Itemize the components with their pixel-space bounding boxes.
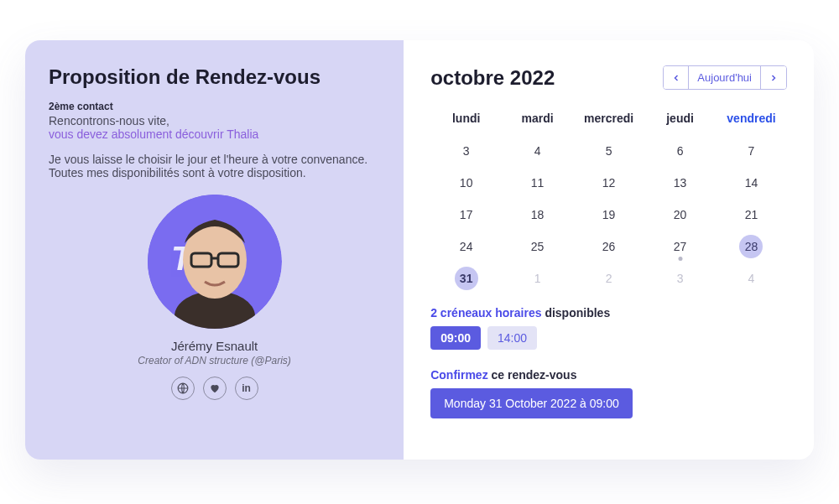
- calendar-day-cell: 1: [502, 262, 573, 294]
- calendar-day[interactable]: 3: [455, 139, 478, 163]
- calendar-day-cell: 13: [644, 167, 716, 199]
- calendar-day[interactable]: 27: [669, 235, 692, 258]
- calendar-day-cell: 24: [430, 231, 502, 262]
- calendar-dow: vendredi: [716, 107, 787, 135]
- right-panel: octobre 2022 Aujourd'hui lundimardimercr…: [404, 40, 814, 460]
- calendar-day[interactable]: 18: [526, 203, 550, 226]
- calendar-day-cell: 31: [430, 262, 502, 294]
- contact-stage: 2ème contact: [49, 101, 380, 112]
- page-title: Proposition de Rendez-vous: [49, 65, 380, 89]
- author-block: Th Jérémy Esnault Creator of ADN structu…: [49, 195, 380, 400]
- globe-icon[interactable]: [171, 377, 195, 400]
- calendar-month-label: octobre 2022: [430, 66, 555, 90]
- calendar-dow: lundi: [430, 107, 502, 135]
- heart-icon[interactable]: [203, 377, 227, 400]
- calendar-day-cell: 5: [573, 135, 644, 167]
- calendar-day[interactable]: 19: [597, 203, 621, 226]
- calendar-day-cell: 27: [644, 231, 716, 262]
- next-month-button[interactable]: [761, 66, 786, 89]
- today-button[interactable]: Aujourd'hui: [689, 66, 761, 89]
- calendar-dow: mardi: [502, 107, 573, 135]
- time-slot[interactable]: 09:00: [430, 326, 481, 350]
- social-row: in: [49, 377, 380, 400]
- left-panel: Proposition de Rendez-vous 2ème contact …: [25, 40, 404, 460]
- calendar-day[interactable]: 12: [597, 171, 621, 195]
- calendar-day[interactable]: 7: [739, 139, 763, 163]
- calendar-day[interactable]: 25: [526, 235, 550, 258]
- slots-label: 2 créneaux horaires disponibles: [430, 306, 787, 320]
- calendar-day-cell: 25: [502, 231, 573, 262]
- calendar-day[interactable]: 21: [739, 203, 763, 226]
- calendar-day[interactable]: 11: [526, 171, 550, 195]
- scheduler-card: Proposition de Rendez-vous 2ème contact …: [25, 40, 814, 460]
- calendar-day[interactable]: 13: [669, 171, 692, 195]
- intro-line-2: vous devez absolument découvrir Thalia: [49, 127, 380, 141]
- calendar-day-cell: 28: [716, 231, 787, 262]
- calendar-day[interactable]: 10: [455, 171, 478, 195]
- calendar-day-cell: 2: [573, 262, 644, 294]
- calendar-day[interactable]: 28: [739, 235, 763, 258]
- slot-row: 09:0014:00: [430, 326, 787, 350]
- calendar-day: 1: [526, 267, 550, 290]
- calendar-day-cell: 14: [716, 167, 787, 199]
- avatar: Th: [148, 195, 282, 329]
- calendar-grid: lundimardimercredijeudivendredi345671011…: [430, 107, 787, 294]
- calendar-day[interactable]: 5: [597, 139, 621, 163]
- calendar-day[interactable]: 17: [455, 203, 478, 226]
- calendar-day[interactable]: 20: [669, 203, 692, 226]
- calendar-nav: Aujourd'hui: [663, 65, 787, 90]
- calendar-day-cell: 17: [430, 199, 502, 231]
- author-name: Jérémy Esnault: [49, 339, 380, 353]
- calendar-day[interactable]: 26: [597, 235, 621, 258]
- calendar-day: 2: [597, 267, 621, 290]
- calendar-day-cell: 7: [716, 135, 787, 167]
- calendar-day-cell: 11: [502, 167, 573, 199]
- calendar-day-cell: 26: [573, 231, 644, 262]
- calendar-day-cell: 6: [644, 135, 716, 167]
- calendar-day-cell: 19: [573, 199, 644, 231]
- slots-suffix: disponibles: [545, 306, 610, 320]
- body-line-2: Toutes mes disponibilités sont à votre d…: [49, 166, 380, 179]
- author-role: Creator of ADN structure (@Paris): [49, 355, 380, 366]
- calendar-day[interactable]: 6: [669, 139, 692, 163]
- body-line-1: Je vous laisse le choisir le jour et l'h…: [49, 153, 380, 166]
- calendar-day-cell: 12: [573, 167, 644, 199]
- availability-dot: [678, 257, 682, 261]
- calendar-day-cell: 3: [644, 262, 716, 294]
- calendar-day-cell: 4: [502, 135, 573, 167]
- calendar-day-cell: 10: [430, 167, 502, 199]
- calendar-day[interactable]: 31: [455, 267, 478, 290]
- calendar-dow: jeudi: [644, 107, 716, 135]
- calendar-day[interactable]: 4: [526, 139, 550, 163]
- confirm-button[interactable]: Monday 31 October 2022 à 09:00: [430, 388, 633, 418]
- confirm-suffix: ce rendez-vous: [492, 368, 577, 382]
- calendar-day-cell: 21: [716, 199, 787, 231]
- calendar-dow: mercredi: [573, 107, 644, 135]
- calendar-day-cell: 3: [430, 135, 502, 167]
- calendar-day-cell: 4: [716, 262, 787, 294]
- calendar-day-cell: 18: [502, 199, 573, 231]
- time-slot[interactable]: 14:00: [487, 326, 537, 350]
- calendar-day[interactable]: 24: [455, 235, 478, 258]
- calendar-day-cell: 20: [644, 199, 716, 231]
- confirm-label: Confirmez ce rendez-vous: [430, 368, 787, 382]
- calendar-day: 3: [669, 267, 692, 290]
- linkedin-icon[interactable]: in: [235, 377, 258, 400]
- slots-count: 2 créneaux horaires: [430, 306, 541, 320]
- prev-month-button[interactable]: [664, 66, 689, 89]
- calendar-day: 4: [739, 267, 763, 290]
- intro-line-1: Rencontrons-nous vite,: [49, 114, 380, 127]
- calendar-day[interactable]: 14: [739, 171, 763, 195]
- confirm-prefix: Confirmez: [430, 368, 487, 382]
- calendar-header: octobre 2022 Aujourd'hui: [430, 65, 787, 90]
